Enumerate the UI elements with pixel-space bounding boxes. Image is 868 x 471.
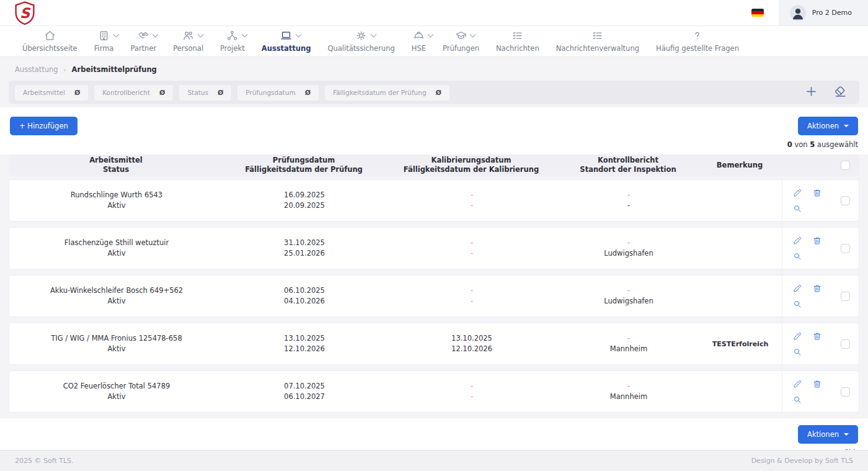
filter-operator: Ø — [436, 89, 441, 97]
row-actions — [782, 276, 831, 316]
nav-item-firma[interactable]: Firma — [94, 30, 114, 53]
page-title: Arbeitsmittelprüfung — [72, 65, 157, 74]
cell-arbeitsmittel: Flaschenzüge Sthill wetuztuir — [9, 238, 224, 248]
filter-chip-fälligkeitsdatum-der-prüfung[interactable]: Fälligkeitsdatum der Prüfung Ø — [325, 85, 450, 101]
delete-trash-icon[interactable] — [807, 332, 827, 341]
nav-item-ausstattung[interactable]: Ausstattung — [262, 30, 311, 53]
row-checkbox[interactable] — [841, 339, 850, 349]
caret-down-icon — [844, 433, 849, 436]
filter-operator: Ø — [218, 89, 223, 97]
edit-pencil-icon[interactable] — [787, 380, 807, 388]
edit-pencil-icon[interactable] — [787, 284, 807, 293]
view-magnifier-icon[interactable] — [787, 348, 807, 356]
cell-faelligkeitsdatum-kalibrierung: - — [385, 296, 559, 307]
handshake-icon — [138, 30, 149, 42]
cell-faelligkeitsdatum-kalibrierung: - — [385, 392, 559, 402]
page-footer: 2025 © Soft TLS. Design & Develop by Sof… — [0, 450, 868, 471]
filter-chip-status[interactable]: Status Ø — [179, 85, 231, 101]
row-checkbox[interactable] — [841, 196, 850, 205]
credits-text: Design & Develop by Soft TLS — [751, 457, 853, 465]
table-row: CO2 Feuerlöscher Total 54789 Aktiv 07.10… — [9, 370, 859, 413]
clear-filters-eraser-icon[interactable] — [834, 85, 847, 101]
row-checkbox[interactable] — [841, 387, 850, 397]
cell-pruefungsdatum: 07.10.2025 — [224, 381, 385, 392]
table-body: Rundschlinge Wurth 6543 Aktiv 16.09.2025… — [0, 179, 868, 413]
user-menu[interactable]: Pro 2 Demo — [779, 0, 868, 25]
chevron-down-icon — [295, 32, 301, 38]
copyright-text: 2025 © Soft TLS. — [15, 457, 74, 465]
filter-chip-prüfungsdatum[interactable]: Prüfungsdatum Ø — [237, 85, 319, 101]
chevron-down-icon — [242, 32, 248, 38]
row-checkbox[interactable] — [841, 292, 850, 301]
breadcrumb-parent[interactable]: Ausstattung — [15, 65, 58, 74]
avatar — [790, 5, 806, 21]
cell-faelligkeitsdatum-pruefung: 04.10.2026 — [224, 296, 385, 307]
delete-trash-icon[interactable] — [807, 284, 827, 293]
user-name: Pro 2 Demo — [812, 9, 852, 17]
edit-pencil-icon[interactable] — [787, 189, 807, 197]
delete-trash-icon[interactable] — [807, 236, 827, 245]
cell-kalibrierungsdatum: - — [385, 285, 559, 296]
nav-item-partner[interactable]: Partner — [130, 30, 156, 53]
cell-faelligkeitsdatum-kalibrierung: - — [385, 200, 559, 211]
row-checkbox[interactable] — [841, 244, 850, 253]
chevron-down-icon — [113, 32, 119, 38]
nav-item-prüfungen[interactable]: Prüfungen — [443, 30, 479, 53]
cell-arbeitsmittel: Rundschlinge Wurth 6543 — [9, 190, 224, 200]
actions-button-top[interactable]: Aktionen — [798, 117, 858, 135]
filter-chip-arbeitsmittel[interactable]: Arbeitsmittel Ø — [15, 85, 88, 101]
filter-chip-kontrollbericht[interactable]: Kontrollbericht Ø — [94, 85, 173, 101]
nav-item-nachrichten[interactable]: Nachrichten — [496, 30, 539, 53]
safety-helmet-icon — [413, 30, 425, 42]
cell-kalibrierungsdatum: - — [385, 381, 559, 392]
view-magnifier-icon[interactable] — [787, 252, 807, 261]
chevron-down-icon — [153, 32, 159, 38]
delete-trash-icon[interactable] — [807, 380, 827, 388]
nav-item-häufig-gestellte-fragen[interactable]: Häufig gestellte Fragen — [656, 30, 739, 53]
cell-bemerkung: TESTErfolreich — [699, 339, 782, 349]
cell-faelligkeitsdatum-pruefung: 12.10.2026 — [224, 344, 385, 354]
nav-item-nachrichtenverwaltung[interactable]: Nachrichtenverwaltung — [556, 30, 639, 53]
cell-status: Aktiv — [9, 248, 224, 259]
cell-status: Aktiv — [9, 392, 224, 402]
edit-pencil-icon[interactable] — [787, 332, 807, 341]
cell-pruefungsdatum: 13.10.2025 — [224, 333, 385, 344]
nav-item-personal[interactable]: Personal — [173, 30, 203, 53]
nav-item-projekt[interactable]: Projekt — [220, 30, 245, 53]
table-header: ArbeitsmittelStatus PrüfungsdatumFälligk… — [9, 155, 859, 176]
checklist-icon — [512, 30, 523, 42]
view-magnifier-icon[interactable] — [787, 204, 807, 213]
actions-button-bottom[interactable]: Aktionen — [798, 425, 858, 444]
cell-pruefungsdatum: 06.10.2025 — [224, 285, 385, 296]
add-filter-plus-icon[interactable] — [805, 85, 818, 101]
view-magnifier-icon[interactable] — [787, 395, 807, 404]
nav-item-hse[interactable]: HSE — [412, 30, 426, 53]
cell-kontrollbericht: - — [559, 190, 699, 200]
laptop-icon — [280, 30, 292, 42]
german-flag-language-icon[interactable] — [751, 9, 764, 17]
nav-item-qualitätssicherung[interactable]: Qualitätssicherung — [327, 30, 394, 53]
cell-standort: - — [559, 200, 699, 211]
cell-status: Aktiv — [9, 344, 224, 354]
question-icon — [691, 30, 703, 42]
checklist-icon — [591, 30, 603, 42]
filter-bar: Arbeitsmittel Ø Kontrollbericht Ø Status… — [9, 81, 859, 104]
edit-pencil-icon[interactable] — [787, 236, 807, 245]
cell-standort: Ludwigshafen — [559, 248, 699, 259]
table-row: TIG / WIG / MMA Fronius 125478-658 Aktiv… — [9, 323, 859, 365]
row-actions — [782, 228, 831, 269]
nav-item-übersichtsseite[interactable]: Übersichtsseite — [22, 30, 78, 53]
cell-kontrollbericht: - — [559, 238, 699, 248]
cell-pruefungsdatum: 16.09.2025 — [224, 190, 385, 200]
graduation-cap-icon — [455, 30, 467, 42]
select-all-checkbox[interactable] — [841, 161, 850, 170]
cell-status: Aktiv — [9, 296, 224, 307]
chevron-down-icon — [370, 32, 376, 38]
filter-operator: Ø — [305, 89, 311, 97]
add-button[interactable]: + Hinzufügen — [10, 117, 78, 135]
view-magnifier-icon[interactable] — [787, 300, 807, 308]
cell-faelligkeitsdatum-pruefung: 20.09.2025 — [224, 200, 385, 211]
table-row: Flaschenzüge Sthill wetuztuir Aktiv 31.1… — [9, 227, 859, 269]
delete-trash-icon[interactable] — [807, 189, 827, 197]
row-actions — [782, 180, 831, 221]
